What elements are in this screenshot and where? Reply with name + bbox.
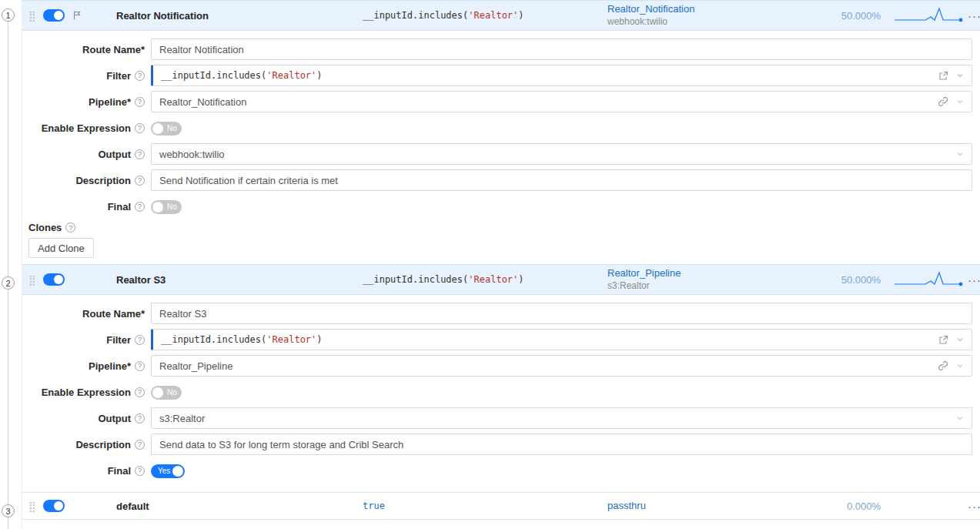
route-percent: 50.000% [835,10,881,22]
route-name: Realtor Notification [116,10,353,22]
help-icon: ? [135,335,145,345]
final-toggle[interactable]: Yes [151,464,185,478]
chevron-down-icon[interactable] [956,362,964,370]
route-pipeline-output: Realtor_Notification webhook:twilio [596,3,835,28]
help-icon: ? [135,466,145,476]
route-name: Realtor S3 [116,274,353,286]
route-form-realtor-s3: Route Name* Filter? __inputId.includes('… [22,295,980,492]
output-select[interactable]: webhook:twilio [151,143,972,165]
pipeline-select[interactable]: Realtor_Notification [151,91,972,112]
enable-expression-toggle[interactable]: No [151,122,182,136]
description-input[interactable] [151,169,972,191]
pipeline-label: Pipeline*? [22,360,151,372]
filter-label: Filter? [22,70,151,82]
add-clone-button[interactable]: Add Clone [28,238,94,258]
route-row-realtor-s3[interactable]: ⣿ Realtor S3 __inputId.includes('Realtor… [22,264,980,295]
pipeline-link[interactable]: passthru [607,500,835,513]
link-icon[interactable] [938,360,948,371]
help-icon: ? [135,413,145,424]
help-icon: ? [135,149,145,159]
route-pipeline-output: passthru [596,500,835,513]
route-lead: ⣿ [22,273,116,286]
route-pipeline-output: Realtor_Pipeline s3:Realtor [596,267,835,292]
route-percent: 0.000% [835,501,881,512]
output-label: s3:Realtor [607,280,835,293]
route-name: default [116,501,353,512]
final-label: Final? [22,201,151,213]
route-number-badge: 1 [2,8,15,22]
help-icon: ? [135,71,145,81]
drag-handle-icon[interactable]: ⣿ [28,11,36,21]
route-enabled-toggle[interactable] [43,500,65,512]
output-label: Output? [22,413,151,424]
clones-label: Clones? [28,222,972,233]
final-toggle[interactable]: No [151,200,182,214]
route-filter-expression: true [353,501,596,511]
drag-handle-icon[interactable]: ⣿ [28,501,36,511]
flag-icon [72,10,82,21]
route-row-realtor-notification[interactable]: ⣿ Realtor Notification __inputId.include… [22,0,980,31]
routes-list: ⣿ Realtor Notification __inputId.include… [22,0,980,529]
help-icon: ? [135,202,145,212]
pipeline-label: Pipeline*? [22,96,151,108]
enable-expression-toggle[interactable]: No [151,386,182,400]
final-label: Final? [22,465,151,477]
pipeline-link[interactable]: Realtor_Notification [607,3,835,16]
output-label: Output? [22,149,151,160]
route-lead: ⣿ [22,9,116,22]
route-form-realtor-notification: Route Name* Filter? __inputId.includes('… [22,31,980,264]
route-name-label: Route Name* [22,44,151,55]
help-icon: ? [135,176,145,186]
chevron-down-icon[interactable] [956,150,964,158]
help-icon: ? [135,387,145,397]
expand-editor-icon[interactable] [938,71,948,81]
pipeline-select[interactable]: Realtor_Pipeline [151,355,972,377]
help-icon: ? [135,440,145,450]
route-row-default[interactable]: ⣿ default true passthru 0.000% ··· [22,492,980,520]
enable-expression-label: Enable Expression? [22,387,151,398]
enable-expression-label: Enable Expression? [22,122,151,134]
description-label: Description? [22,175,151,186]
drag-handle-icon[interactable]: ⣿ [28,275,36,285]
chevron-down-icon[interactable] [956,72,964,79]
filter-label: Filter? [22,334,151,346]
route-enabled-toggle[interactable] [43,273,65,286]
route-enabled-toggle[interactable] [43,9,65,22]
more-menu-icon[interactable]: ··· [968,273,980,286]
filter-expression-input[interactable]: __inputId.includes('Realtor') [151,65,972,86]
chevron-down-icon[interactable] [956,414,964,422]
chevron-down-icon[interactable] [956,98,964,105]
route-lead: ⣿ [22,500,116,512]
description-input[interactable] [151,434,972,455]
route-name-input[interactable] [151,39,972,60]
help-icon: ? [135,97,145,107]
route-filter-expression: __inputId.includes('Realtor') [353,10,596,21]
output-select[interactable]: s3:Realtor [151,407,972,429]
route-number-badge: 2 [2,276,15,290]
help-icon: ? [65,223,75,233]
route-sparkline [881,270,968,290]
help-icon: ? [135,361,145,371]
more-menu-icon[interactable]: ··· [968,9,980,22]
more-menu-icon[interactable]: ··· [968,500,980,513]
link-icon[interactable] [938,96,948,107]
pipeline-link[interactable]: Realtor_Pipeline [607,267,835,280]
route-number-badge: 3 [2,504,15,517]
route-filter-expression: __inputId.includes('Realtor') [353,274,596,285]
route-percent: 50.000% [835,274,881,286]
route-name-input[interactable] [151,303,972,324]
route-sparkline [881,5,968,25]
expand-editor-icon[interactable] [938,335,948,345]
output-label: webhook:twilio [607,16,835,28]
route-connector-line [8,12,8,529]
description-label: Description? [22,439,151,450]
help-icon: ? [135,123,145,133]
chevron-down-icon[interactable] [956,336,964,343]
filter-expression-input[interactable]: __inputId.includes('Realtor') [151,329,972,350]
route-name-label: Route Name* [22,308,151,320]
